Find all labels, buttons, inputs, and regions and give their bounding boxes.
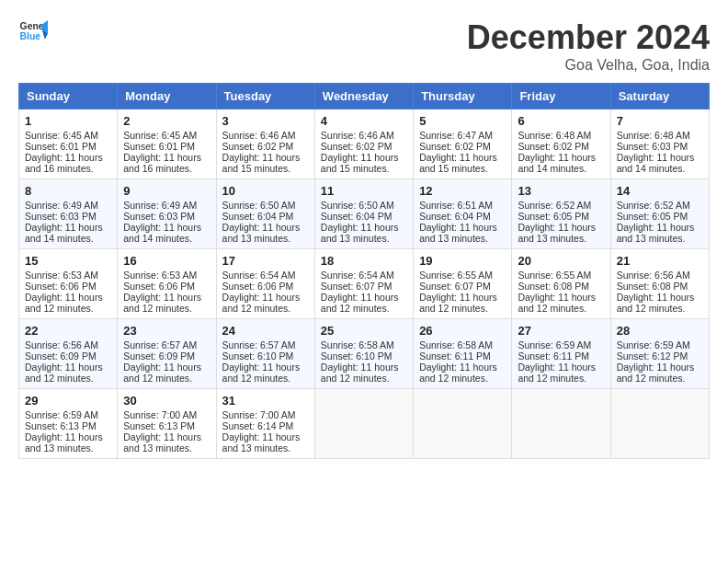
sunrise-label: Sunrise: 6:48 AM [518, 130, 591, 141]
calendar-cell: 19 Sunrise: 6:55 AM Sunset: 6:07 PM Dayl… [414, 249, 512, 319]
sunrise-label: Sunrise: 7:00 AM [123, 409, 197, 420]
calendar-cell: 22 Sunrise: 6:56 AM Sunset: 6:09 PM Dayl… [19, 319, 118, 389]
sunrise-label: Sunrise: 6:55 AM [419, 270, 493, 281]
day-number: 27 [518, 324, 604, 338]
sunset-label: Sunset: 6:05 PM [518, 211, 589, 222]
sunset-label: Sunset: 6:01 PM [123, 141, 195, 152]
sunrise-label: Sunrise: 6:57 AM [123, 339, 197, 350]
sunset-label: Sunset: 6:03 PM [123, 211, 195, 222]
daylight-label: Daylight: 11 hours and 12 minutes. [617, 362, 695, 384]
page-header: General Blue December 2024 Goa Velha, Go… [18, 18, 710, 74]
weekday-header-row: SundayMondayTuesdayWednesdayThursdayFrid… [19, 84, 710, 109]
daylight-label: Daylight: 11 hours and 15 minutes. [222, 152, 301, 174]
daylight-label: Daylight: 11 hours and 14 minutes. [518, 152, 596, 174]
sunset-label: Sunset: 6:03 PM [617, 141, 688, 152]
daylight-label: Daylight: 11 hours and 12 minutes. [123, 292, 201, 314]
weekday-header-friday: Friday [512, 84, 610, 109]
sunrise-label: Sunrise: 6:45 AM [25, 130, 98, 141]
calendar-cell: 21 Sunrise: 6:56 AM Sunset: 6:08 PM Dayl… [610, 249, 709, 319]
day-number: 21 [617, 254, 703, 268]
sunset-label: Sunset: 6:06 PM [222, 281, 294, 292]
sunset-label: Sunset: 6:06 PM [123, 281, 195, 292]
sunrise-label: Sunrise: 6:50 AM [321, 200, 394, 211]
sunset-label: Sunset: 6:05 PM [617, 211, 688, 222]
day-number: 10 [222, 184, 309, 198]
day-number: 2 [123, 114, 210, 128]
daylight-label: Daylight: 11 hours and 12 minutes. [419, 362, 497, 384]
calendar-cell: 27 Sunrise: 6:59 AM Sunset: 6:11 PM Dayl… [512, 319, 610, 389]
day-number: 7 [617, 114, 703, 128]
day-number: 22 [25, 324, 111, 338]
logo: General Blue [18, 18, 48, 44]
weekday-header-sunday: Sunday [19, 84, 118, 109]
daylight-label: Daylight: 11 hours and 13 minutes. [222, 222, 301, 244]
calendar-cell: 14 Sunrise: 6:52 AM Sunset: 6:05 PM Dayl… [610, 179, 709, 249]
sunrise-label: Sunrise: 6:47 AM [419, 130, 493, 141]
sunrise-label: Sunrise: 6:59 AM [617, 339, 690, 350]
day-number: 28 [617, 324, 703, 338]
calendar-cell: 29 Sunrise: 6:59 AM Sunset: 6:13 PM Dayl… [19, 389, 118, 459]
calendar-cell: 15 Sunrise: 6:53 AM Sunset: 6:06 PM Dayl… [19, 249, 118, 319]
calendar-cell: 30 Sunrise: 7:00 AM Sunset: 6:13 PM Dayl… [118, 389, 216, 459]
day-number: 15 [25, 254, 111, 268]
title-section: December 2024 Goa Velha, Goa, India [467, 18, 710, 74]
calendar-cell: 4 Sunrise: 6:46 AM Sunset: 6:02 PM Dayli… [314, 109, 413, 179]
weekday-header-tuesday: Tuesday [216, 84, 314, 109]
sunset-label: Sunset: 6:09 PM [25, 350, 97, 362]
sunrise-label: Sunrise: 6:53 AM [25, 270, 98, 281]
calendar-cell [314, 389, 413, 459]
sunrise-label: Sunrise: 6:52 AM [518, 200, 591, 211]
calendar-cell: 13 Sunrise: 6:52 AM Sunset: 6:05 PM Dayl… [512, 179, 610, 249]
sunrise-label: Sunrise: 6:46 AM [222, 130, 296, 141]
sunrise-label: Sunrise: 6:49 AM [123, 200, 197, 211]
day-number: 6 [518, 114, 604, 128]
day-number: 25 [321, 324, 407, 338]
daylight-label: Daylight: 11 hours and 12 minutes. [419, 292, 497, 314]
sunset-label: Sunset: 6:02 PM [321, 141, 392, 152]
sunrise-label: Sunrise: 6:57 AM [222, 339, 296, 350]
day-number: 3 [222, 114, 309, 128]
calendar-week-4: 22 Sunrise: 6:56 AM Sunset: 6:09 PM Dayl… [19, 319, 710, 389]
sunrise-label: Sunrise: 6:51 AM [419, 200, 493, 211]
calendar-cell: 3 Sunrise: 6:46 AM Sunset: 6:02 PM Dayli… [216, 109, 314, 179]
day-number: 17 [222, 254, 309, 268]
daylight-label: Daylight: 11 hours and 13 minutes. [321, 222, 399, 244]
weekday-header-saturday: Saturday [610, 84, 709, 109]
daylight-label: Daylight: 11 hours and 12 minutes. [123, 362, 201, 384]
calendar-cell: 12 Sunrise: 6:51 AM Sunset: 6:04 PM Dayl… [414, 179, 512, 249]
calendar-cell: 23 Sunrise: 6:57 AM Sunset: 6:09 PM Dayl… [118, 319, 216, 389]
calendar-cell: 18 Sunrise: 6:54 AM Sunset: 6:07 PM Dayl… [314, 249, 413, 319]
sunrise-label: Sunrise: 6:58 AM [321, 339, 394, 350]
calendar-cell: 24 Sunrise: 6:57 AM Sunset: 6:10 PM Dayl… [216, 319, 314, 389]
sunrise-label: Sunrise: 6:56 AM [617, 270, 690, 281]
sunset-label: Sunset: 6:12 PM [617, 350, 688, 362]
calendar-cell [610, 389, 709, 459]
calendar-week-1: 1 Sunrise: 6:45 AM Sunset: 6:01 PM Dayli… [19, 109, 710, 179]
daylight-label: Daylight: 11 hours and 12 minutes. [518, 362, 596, 384]
calendar-cell: 16 Sunrise: 6:53 AM Sunset: 6:06 PM Dayl… [118, 249, 216, 319]
calendar-cell: 5 Sunrise: 6:47 AM Sunset: 6:02 PM Dayli… [414, 109, 512, 179]
day-number: 29 [25, 394, 111, 408]
day-number: 23 [123, 324, 210, 338]
day-number: 26 [419, 324, 506, 338]
sunset-label: Sunset: 6:02 PM [518, 141, 589, 152]
calendar-cell: 11 Sunrise: 6:50 AM Sunset: 6:04 PM Dayl… [314, 179, 413, 249]
calendar-cell: 26 Sunrise: 6:58 AM Sunset: 6:11 PM Dayl… [414, 319, 512, 389]
sunset-label: Sunset: 6:06 PM [25, 281, 97, 292]
calendar-cell: 8 Sunrise: 6:49 AM Sunset: 6:03 PM Dayli… [19, 179, 118, 249]
calendar-cell: 31 Sunrise: 7:00 AM Sunset: 6:14 PM Dayl… [216, 389, 314, 459]
sunset-label: Sunset: 6:07 PM [419, 281, 491, 292]
day-number: 9 [123, 184, 210, 198]
sunrise-label: Sunrise: 6:54 AM [222, 270, 296, 281]
calendar-cell: 1 Sunrise: 6:45 AM Sunset: 6:01 PM Dayli… [19, 109, 118, 179]
sunset-label: Sunset: 6:03 PM [25, 211, 97, 222]
calendar-table: SundayMondayTuesdayWednesdayThursdayFrid… [18, 83, 710, 459]
calendar-cell: 6 Sunrise: 6:48 AM Sunset: 6:02 PM Dayli… [512, 109, 610, 179]
calendar-cell: 10 Sunrise: 6:50 AM Sunset: 6:04 PM Dayl… [216, 179, 314, 249]
day-number: 11 [321, 184, 407, 198]
sunset-label: Sunset: 6:04 PM [321, 211, 392, 222]
calendar-week-3: 15 Sunrise: 6:53 AM Sunset: 6:06 PM Dayl… [19, 249, 710, 319]
sunset-label: Sunset: 6:10 PM [222, 350, 294, 362]
daylight-label: Daylight: 11 hours and 15 minutes. [321, 152, 399, 174]
weekday-header-thursday: Thursday [414, 84, 512, 109]
